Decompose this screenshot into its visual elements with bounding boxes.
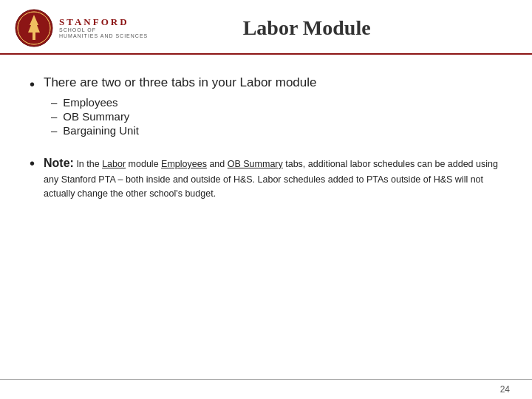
page-title: Labor Module [148, 16, 510, 40]
stanford-sub2: Humanities and Sciences [59, 33, 148, 39]
list-item-employees: – Employees [51, 96, 502, 109]
list-item-employees-label: Employees [63, 96, 117, 109]
employees-link: Employees [161, 159, 207, 169]
labor-link: Labor [102, 159, 126, 169]
header: STANFORD School of Humanities and Scienc… [0, 0, 532, 55]
stanford-seal-icon [15, 9, 53, 47]
list-item-bargaining-unit-label: Bargaining Unit [63, 124, 139, 137]
bullet-content-1: There are two or three tabs in your Labo… [44, 75, 502, 137]
bullet-section-1: • There are two or three tabs in your La… [30, 75, 502, 137]
stanford-text: STANFORD School of Humanities and Scienc… [59, 17, 148, 39]
list-item-bargaining-unit: – Bargaining Unit [51, 124, 502, 137]
list-item-ob-summary: – OB Summary [51, 110, 502, 123]
dash-3: – [51, 124, 57, 137]
bullet-main-text-1: There are two or three tabs in your Labo… [44, 75, 502, 90]
list-item-ob-summary-label: OB Summary [63, 110, 129, 123]
note-mid1: module [126, 159, 161, 169]
main-content: • There are two or three tabs in your La… [0, 55, 532, 379]
stanford-sub1: School of [59, 27, 148, 33]
note-section: • Note: In the Labor module Employees an… [30, 154, 502, 202]
footer: 24 [0, 379, 532, 399]
bullet-dot-2: • [30, 156, 35, 171]
note-content: Note: In the Labor module Employees and … [44, 154, 502, 202]
sub-list-1: – Employees – OB Summary – Bargaining Un… [44, 96, 502, 137]
note-intro: In the [76, 159, 102, 169]
dash-2: – [51, 110, 57, 123]
logo-area: STANFORD School of Humanities and Scienc… [15, 9, 148, 47]
stanford-name: STANFORD [59, 17, 148, 27]
bullet-dot-1: • [30, 77, 35, 92]
ob-summary-link: OB Summary [228, 159, 283, 169]
note-label: Note: [44, 157, 74, 169]
note-mid2: and [207, 159, 228, 169]
page-number: 24 [500, 384, 510, 395]
dash-1: – [51, 96, 57, 109]
page: STANFORD School of Humanities and Scienc… [0, 0, 532, 399]
